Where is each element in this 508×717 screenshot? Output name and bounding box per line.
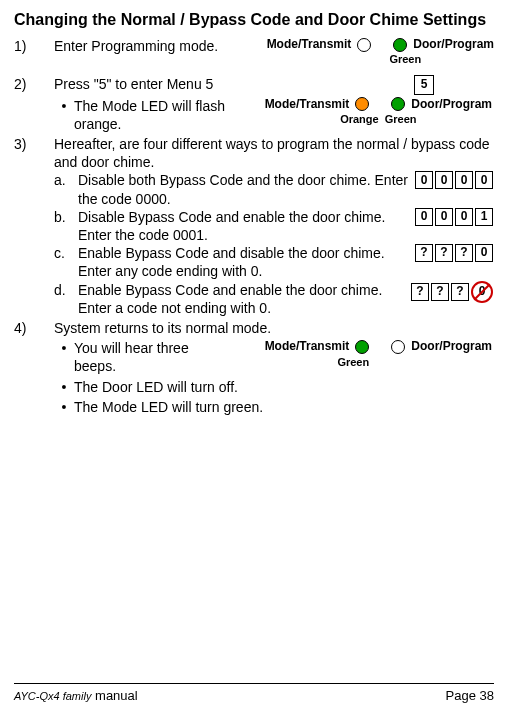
circle-green-icon bbox=[355, 340, 369, 354]
not-zero-icon: 0 bbox=[471, 281, 493, 303]
bullet-icon bbox=[54, 339, 74, 357]
sub-text: Disable both Bypass Code and the door ch… bbox=[78, 171, 414, 207]
led-indicator-step2: Mode/Transmit Door/Program Orange Green bbox=[265, 97, 492, 127]
code-0000: 0 0 0 0 bbox=[414, 171, 494, 189]
step-4: 4) System returns to its normal mode. Yo… bbox=[14, 319, 494, 416]
step-text: System returns to its normal mode. bbox=[54, 319, 494, 337]
step-number: 4) bbox=[14, 319, 54, 337]
led-indicator-step4: Mode/Transmit Door/Program Green bbox=[265, 339, 492, 375]
step-3c: c. Enable Bypass Code and disable the do… bbox=[54, 244, 494, 280]
circle-green-icon bbox=[391, 97, 405, 111]
code-0001: 0 0 0 1 bbox=[414, 208, 494, 226]
footer-left: AYC-Qx4 family manual bbox=[14, 688, 138, 705]
sub-letter: a. bbox=[54, 171, 78, 189]
circle-orange-icon bbox=[355, 97, 369, 111]
step-text: Hereafter, are four different ways to pr… bbox=[54, 135, 494, 171]
bullet-icon bbox=[54, 398, 74, 416]
sub-text: Disable Bypass Code and enable the door … bbox=[78, 208, 414, 244]
step-number: 1) bbox=[14, 37, 54, 55]
step-3d: d. Enable Bypass Code and enable the doo… bbox=[54, 281, 494, 317]
step-2: 2) Press "5" to enter Menu 5 5 The Mode … bbox=[14, 75, 494, 133]
step-1: 1) Mode/Transmit Door/Program Green Ente… bbox=[14, 37, 494, 67]
sub-letter: d. bbox=[54, 281, 78, 299]
sub-letter: b. bbox=[54, 208, 78, 226]
step-3: 3) Hereafter, are four different ways to… bbox=[14, 135, 494, 317]
step-number: 2) bbox=[14, 75, 54, 93]
led-color-label: Green bbox=[385, 112, 417, 126]
page-title: Changing the Normal / Bypass Code and Do… bbox=[14, 10, 494, 31]
code-qqq0: ? ? ? 0 bbox=[414, 244, 494, 262]
led-color-label: Green bbox=[317, 52, 494, 66]
step-3b: b. Disable Bypass Code and enable the do… bbox=[54, 208, 494, 244]
page-footer: AYC-Qx4 family manual Page 38 bbox=[14, 683, 494, 705]
footer-right: Page 38 bbox=[446, 688, 494, 705]
step-text: Enter Programming mode. bbox=[54, 38, 218, 54]
step-text: Press "5" to enter Menu 5 bbox=[54, 75, 213, 93]
step-3a: a. Disable both Bypass Code and the door… bbox=[54, 171, 494, 207]
code-qqq-not0: ? ? ? 0 bbox=[410, 281, 494, 303]
step-number: 3) bbox=[14, 135, 54, 153]
sub-letter: c. bbox=[54, 244, 78, 262]
led-color-label: Green bbox=[265, 355, 442, 369]
bullet-text: You will hear three beeps. bbox=[74, 339, 234, 375]
bullet-text: The Mode LED will flash orange. bbox=[74, 97, 254, 133]
sub-text: Enable Bypass Code and disable the door … bbox=[78, 244, 414, 280]
circle-empty-icon bbox=[357, 38, 371, 52]
bullet-icon bbox=[54, 378, 74, 396]
bullet-text: The Mode LED will turn green. bbox=[74, 398, 494, 416]
key-5: 5 bbox=[414, 75, 434, 95]
bullet-text: The Door LED will turn off. bbox=[74, 378, 494, 396]
bullet-icon bbox=[54, 97, 74, 115]
circle-empty-icon bbox=[391, 340, 405, 354]
sub-text: Enable Bypass Code and enable the door c… bbox=[78, 281, 410, 317]
circle-green-icon bbox=[393, 38, 407, 52]
led-indicator-step1: Mode/Transmit Door/Program Green bbox=[267, 37, 494, 67]
led-color-label: Orange bbox=[340, 112, 379, 126]
